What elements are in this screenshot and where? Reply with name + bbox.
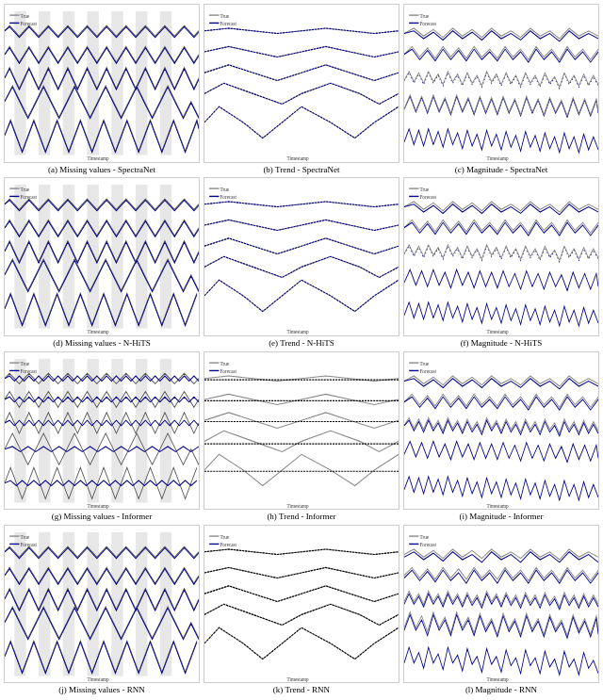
cell-i: True Forecast Timestamp (i) Magnitude - … — [403, 351, 599, 523]
svg-text:True: True — [220, 186, 229, 192]
svg-text:Forecast: Forecast — [419, 541, 436, 547]
chart-k: True Forecast Timestamp — [204, 525, 399, 684]
caption-b: (b) Trend - SpectraNet — [263, 165, 339, 176]
cell-j: True Forecast Timestamp (j) Missing v — [4, 525, 200, 696]
svg-text:True: True — [220, 360, 229, 366]
cell-k: True Forecast Timestamp (k) Trend - R — [204, 525, 399, 696]
chart-f: True Forecast Timestamp — [403, 177, 599, 336]
svg-text:Forecast: Forecast — [419, 367, 436, 374]
chart-e: True Forecast Timestamp — [204, 177, 399, 336]
svg-text:Timestamp: Timestamp — [287, 502, 309, 509]
caption-f: (f) Magnitude - N-HiTS — [461, 338, 543, 350]
svg-rect-27 — [39, 185, 50, 329]
caption-i: (i) Magnitude - Informer — [459, 512, 543, 523]
caption-a: (a) Missing values - SpectraNet — [48, 165, 155, 176]
cell-l: True Forecast Timestamp (l) Magnitude - … — [403, 525, 599, 696]
svg-text:Timestamp: Timestamp — [287, 329, 309, 335]
chart-a: True Forecast — [4, 4, 200, 163]
chart-g: True Forecast Timestamp — [4, 351, 200, 511]
svg-text:True: True — [419, 186, 429, 192]
caption-g: (g) Missing values - Informer — [52, 512, 152, 523]
svg-text:True: True — [20, 186, 29, 192]
svg-text:True: True — [419, 12, 429, 19]
caption-e: (e) Trend - N-HiTS — [269, 338, 334, 350]
svg-text:True: True — [419, 360, 429, 366]
svg-text:Timestamp: Timestamp — [88, 155, 109, 161]
chart-j: True Forecast Timestamp — [4, 525, 200, 684]
svg-text:Timestamp: Timestamp — [88, 502, 109, 509]
caption-l: (l) Magnitude - RNN — [465, 685, 537, 696]
cell-d: True Forecast Timestamp (d) Missing v — [4, 177, 200, 349]
chart-h: True Forecast Timestamp — [204, 351, 399, 511]
svg-text:Timestamp: Timestamp — [88, 676, 109, 682]
svg-text:Timestamp: Timestamp — [287, 676, 309, 682]
cell-e: True Forecast Timestamp (e) Trend - N — [204, 177, 399, 349]
svg-rect-2 — [39, 11, 50, 155]
svg-rect-77 — [39, 532, 50, 676]
cell-h: True Forecast Timestamp (h — [204, 351, 399, 523]
svg-text:Forecast: Forecast — [419, 194, 436, 201]
svg-text:Forecast: Forecast — [220, 21, 236, 27]
cell-b: True Forecast — [204, 4, 399, 175]
svg-text:Timestamp: Timestamp — [487, 676, 509, 682]
svg-text:Timestamp: Timestamp — [88, 329, 109, 335]
svg-text:Timestamp: Timestamp — [487, 155, 509, 161]
chart-b: True Forecast — [204, 4, 399, 163]
caption-j: (j) Missing values - RNN — [58, 685, 145, 696]
svg-text:Timestamp: Timestamp — [287, 155, 309, 161]
svg-text:True: True — [220, 533, 229, 540]
cell-c: True Forecast — [403, 4, 599, 175]
svg-text:True: True — [20, 533, 29, 540]
caption-c: (c) Magnitude - SpectraNet — [455, 165, 548, 176]
caption-d: (d) Missing values - N-HiTS — [53, 338, 151, 350]
svg-text:Timestamp: Timestamp — [487, 329, 509, 335]
svg-text:Forecast: Forecast — [419, 21, 436, 27]
caption-h: (h) Trend - Informer — [267, 512, 335, 523]
svg-text:True: True — [20, 12, 29, 19]
chart-grid: True Forecast — [4, 4, 599, 696]
svg-text:Timestamp: Timestamp — [487, 502, 509, 509]
svg-text:True: True — [419, 533, 429, 540]
caption-k: (k) Trend - RNN — [273, 685, 330, 696]
svg-text:Forecast: Forecast — [220, 194, 236, 201]
svg-text:True: True — [220, 12, 229, 19]
cell-f: True Forecast Timestamp (f) Magnitude - … — [403, 177, 599, 349]
svg-text:True: True — [20, 360, 29, 366]
page: True Forecast — [0, 0, 603, 700]
chart-d: True Forecast Timestamp — [4, 177, 200, 336]
chart-c: True Forecast — [403, 4, 599, 163]
cell-a: True Forecast — [4, 4, 200, 175]
svg-text:Forecast: Forecast — [220, 367, 236, 374]
cell-g: True Forecast Timestamp (g — [4, 351, 200, 523]
chart-l: True Forecast Timestamp — [403, 525, 599, 684]
svg-text:Forecast: Forecast — [220, 541, 236, 547]
chart-i: True Forecast Timestamp — [403, 351, 599, 511]
